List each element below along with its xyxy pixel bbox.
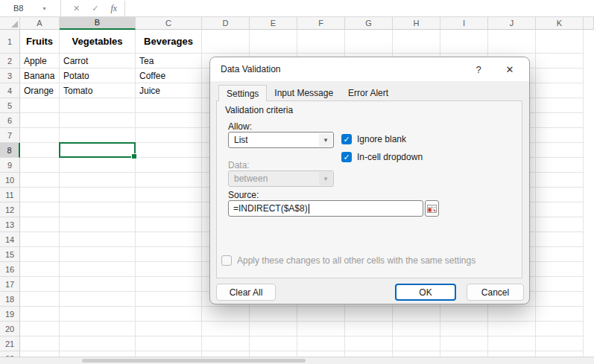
cell-B6[interactable] xyxy=(60,113,136,128)
row-header-10[interactable]: 10 xyxy=(0,173,20,188)
cell-B2[interactable]: Carrot xyxy=(60,54,136,68)
help-button[interactable]: ? xyxy=(467,60,490,79)
close-icon[interactable]: ✕ xyxy=(498,60,522,79)
cell-K19[interactable] xyxy=(536,307,584,322)
cell-B1[interactable]: Vegetables xyxy=(60,30,136,54)
row-header-19[interactable]: 19 xyxy=(0,307,20,322)
horizontal-scrollbar-thumb[interactable] xyxy=(82,359,306,363)
column-header-J[interactable]: J xyxy=(488,16,536,30)
row-header-12[interactable]: 12 xyxy=(0,202,20,217)
cell-D21[interactable] xyxy=(202,336,250,351)
cancel-entry-icon[interactable]: ✕ xyxy=(73,4,80,13)
row-header-8[interactable]: 8 xyxy=(0,143,20,158)
cell-E1[interactable] xyxy=(250,30,297,54)
cell-I21[interactable] xyxy=(440,336,488,351)
cell-B21[interactable] xyxy=(60,336,136,351)
cell-K21[interactable] xyxy=(536,336,584,351)
row-header-21[interactable]: 21 xyxy=(0,336,20,351)
cell-B3[interactable]: Potato xyxy=(60,68,136,83)
source-input[interactable]: =INDIRECT($A$8) xyxy=(228,200,423,217)
row-header-4[interactable]: 4 xyxy=(0,83,20,98)
row-header-2[interactable]: 2 xyxy=(0,54,20,68)
cell-K5[interactable] xyxy=(536,98,584,113)
cell-K17[interactable] xyxy=(536,277,584,292)
in-cell-dropdown-checkbox[interactable]: ✓ In-cell dropdown xyxy=(341,152,423,162)
name-box-dropdown-icon[interactable]: ▾ xyxy=(42,5,45,12)
cell-K12[interactable] xyxy=(536,202,584,217)
cell-A4[interactable]: Orange xyxy=(20,83,60,98)
cell-B18[interactable] xyxy=(60,292,136,307)
cell-H20[interactable] xyxy=(393,322,440,336)
cell-B4[interactable]: Tomato xyxy=(60,83,136,98)
cell-A18[interactable] xyxy=(20,292,60,307)
cell-B9[interactable] xyxy=(60,158,136,173)
cell-C11[interactable] xyxy=(136,188,202,202)
row-header-1[interactable]: 1 xyxy=(0,30,20,54)
row-header-6[interactable]: 6 xyxy=(0,113,20,128)
column-header-I[interactable]: I xyxy=(440,16,488,30)
cell-G1[interactable] xyxy=(345,30,393,54)
cell-C6[interactable] xyxy=(136,113,202,128)
cell-H19[interactable] xyxy=(393,307,440,322)
cell-A2[interactable]: Apple xyxy=(20,54,60,68)
cell-E21[interactable] xyxy=(250,336,297,351)
cell-A11[interactable] xyxy=(20,188,60,202)
ok-button[interactable]: OK xyxy=(395,284,456,301)
cell-K10[interactable] xyxy=(536,173,584,188)
cell-K4[interactable] xyxy=(536,83,584,98)
clear-all-button[interactable]: Clear All xyxy=(216,284,276,301)
row-header-5[interactable]: 5 xyxy=(0,98,20,113)
checkbox-checked-icon[interactable]: ✓ xyxy=(341,152,352,162)
cell-A14[interactable] xyxy=(20,232,60,247)
cell-H1[interactable] xyxy=(393,30,440,54)
cell-C16[interactable] xyxy=(136,262,202,277)
cell-K9[interactable] xyxy=(536,158,584,173)
cell-C10[interactable] xyxy=(136,173,202,188)
horizontal-scrollbar[interactable] xyxy=(0,357,594,364)
cell-D19[interactable] xyxy=(202,307,250,322)
cell-I19[interactable] xyxy=(440,307,488,322)
cell-J21[interactable] xyxy=(488,336,536,351)
row-header-9[interactable]: 9 xyxy=(0,158,20,173)
cell-C3[interactable]: Coffee xyxy=(136,68,202,83)
cell-K3[interactable] xyxy=(536,68,584,83)
row-header-11[interactable]: 11 xyxy=(0,188,20,202)
cell-B15[interactable] xyxy=(60,247,136,262)
checkbox-checked-icon[interactable]: ✓ xyxy=(341,134,352,144)
cell-K6[interactable] xyxy=(536,113,584,128)
cell-B7[interactable] xyxy=(60,128,136,143)
cell-A15[interactable] xyxy=(20,247,60,262)
cell-A6[interactable] xyxy=(20,113,60,128)
cell-C8[interactable] xyxy=(136,143,202,158)
allow-dropdown[interactable]: List ▾ xyxy=(228,132,334,148)
cell-A8[interactable] xyxy=(20,143,60,158)
row-header-18[interactable]: 18 xyxy=(0,292,20,307)
name-box[interactable]: B8 ▾ xyxy=(0,0,61,16)
cell-A12[interactable] xyxy=(20,202,60,217)
cell-K7[interactable] xyxy=(536,128,584,143)
column-header-E[interactable]: E xyxy=(250,16,297,30)
cell-H21[interactable] xyxy=(393,336,440,351)
cell-F19[interactable] xyxy=(297,307,345,322)
cell-D20[interactable] xyxy=(202,322,250,336)
row-header-7[interactable]: 7 xyxy=(0,128,20,143)
cell-A1[interactable]: Fruits xyxy=(20,30,60,54)
cell-C7[interactable] xyxy=(136,128,202,143)
cell-B14[interactable] xyxy=(60,232,136,247)
cell-A13[interactable] xyxy=(20,217,60,232)
cell-G21[interactable] xyxy=(345,336,393,351)
cell-J20[interactable] xyxy=(488,322,536,336)
cell-A16[interactable] xyxy=(20,262,60,277)
cell-E19[interactable] xyxy=(250,307,297,322)
cell-G19[interactable] xyxy=(345,307,393,322)
cell-I1[interactable] xyxy=(440,30,488,54)
cell-A3[interactable]: Banana xyxy=(20,68,60,83)
column-header-G[interactable]: G xyxy=(345,16,393,30)
column-header-F[interactable]: F xyxy=(297,16,345,30)
cell-K1[interactable] xyxy=(536,30,584,54)
row-header-16[interactable]: 16 xyxy=(0,262,20,277)
cell-J19[interactable] xyxy=(488,307,536,322)
cell-A10[interactable] xyxy=(20,173,60,188)
cell-C18[interactable] xyxy=(136,292,202,307)
cell-C19[interactable] xyxy=(136,307,202,322)
